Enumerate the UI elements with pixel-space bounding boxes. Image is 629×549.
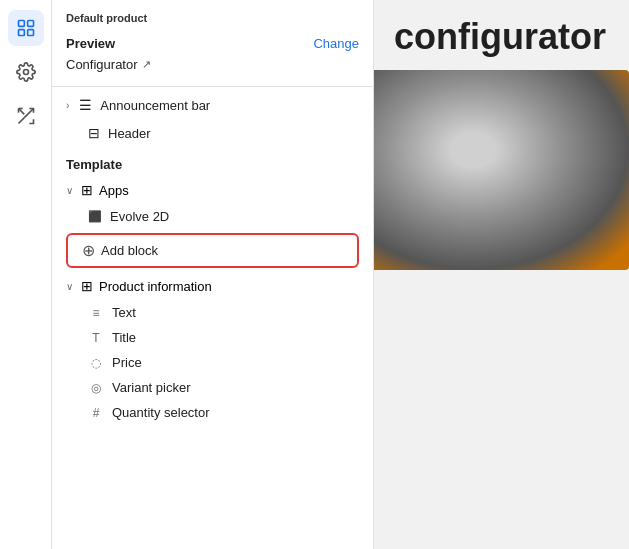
sidebar-item-announcement[interactable]: › ☰ Announcement bar — [52, 91, 373, 119]
sidebar-item-price[interactable]: ◌ Price — [52, 350, 373, 375]
svg-rect-2 — [18, 30, 24, 36]
apps-nav-button[interactable] — [8, 98, 44, 134]
quantity-label: Quantity selector — [112, 405, 210, 420]
text-icon: ≡ — [88, 306, 104, 320]
sidebar-item-title[interactable]: T Title — [52, 325, 373, 350]
header-label: Header — [108, 126, 151, 141]
main-preview-area: configurator 🔍 Blocks 0 Apps 1 — [374, 0, 629, 549]
sidebar-panel: Default product Preview Change Configura… — [52, 0, 374, 549]
icon-bar — [0, 0, 52, 549]
product-info-label: Product information — [99, 279, 212, 294]
chevron-down-icon-2: ∨ — [66, 281, 73, 292]
add-block-button[interactable]: ⊕ Add block — [66, 233, 359, 268]
title-label: Title — [112, 330, 136, 345]
svg-line-5 — [24, 109, 33, 118]
settings-nav-button[interactable] — [8, 54, 44, 90]
layers-nav-button[interactable] — [8, 10, 44, 46]
announcement-label: Announcement bar — [100, 98, 210, 113]
price-label: Price — [112, 355, 142, 370]
chevron-down-icon: ∨ — [66, 185, 73, 196]
template-label: Template — [52, 147, 373, 176]
sidebar-item-evolve2d[interactable]: ⬛ Evolve 2D — [52, 204, 373, 229]
svg-line-7 — [18, 118, 24, 124]
apps-section-icon: ⊞ — [81, 182, 93, 198]
evolve2d-label: Evolve 2D — [110, 209, 169, 224]
svg-rect-3 — [27, 30, 33, 36]
variant-icon: ◎ — [88, 381, 104, 395]
configurator-link[interactable]: Configurator ↗ — [52, 57, 373, 82]
preview-image — [374, 70, 629, 270]
sidebar-item-variant[interactable]: ◎ Variant picker — [52, 375, 373, 400]
price-icon: ◌ — [88, 356, 104, 370]
external-link-icon: ↗ — [142, 58, 151, 71]
svg-rect-1 — [27, 21, 33, 27]
title-icon: T — [88, 331, 104, 345]
chevron-right-icon: › — [66, 100, 69, 111]
text-label: Text — [112, 305, 136, 320]
svg-point-4 — [23, 70, 28, 75]
preview-label: Preview — [66, 36, 115, 51]
product-info-icon: ⊞ — [81, 278, 93, 294]
apps-section-label: Apps — [99, 183, 129, 198]
product-information-row[interactable]: ∨ ⊞ Product information — [52, 272, 373, 300]
header-icon: ⊟ — [88, 125, 100, 141]
svg-rect-0 — [18, 21, 24, 27]
apps-row[interactable]: ∨ ⊞ Apps — [52, 176, 373, 204]
preview-row: Preview Change — [52, 30, 373, 57]
plus-circle-icon: ⊕ — [82, 241, 95, 260]
app-block-icon: ⬛ — [88, 210, 102, 223]
divider-1 — [52, 86, 373, 87]
change-link[interactable]: Change — [313, 36, 359, 51]
quantity-icon: # — [88, 406, 104, 420]
sidebar-item-quantity[interactable]: # Quantity selector — [52, 400, 373, 425]
product-label: Default product — [52, 0, 373, 30]
add-block-label: Add block — [101, 243, 158, 258]
variant-label: Variant picker — [112, 380, 191, 395]
sidebar-item-header[interactable]: ⊟ Header — [52, 119, 373, 147]
announcement-icon: ☰ — [79, 97, 92, 113]
configurator-text: Configurator — [66, 57, 138, 72]
svg-line-6 — [18, 109, 24, 115]
sidebar-item-text[interactable]: ≡ Text — [52, 300, 373, 325]
page-title: configurator — [374, 0, 629, 74]
